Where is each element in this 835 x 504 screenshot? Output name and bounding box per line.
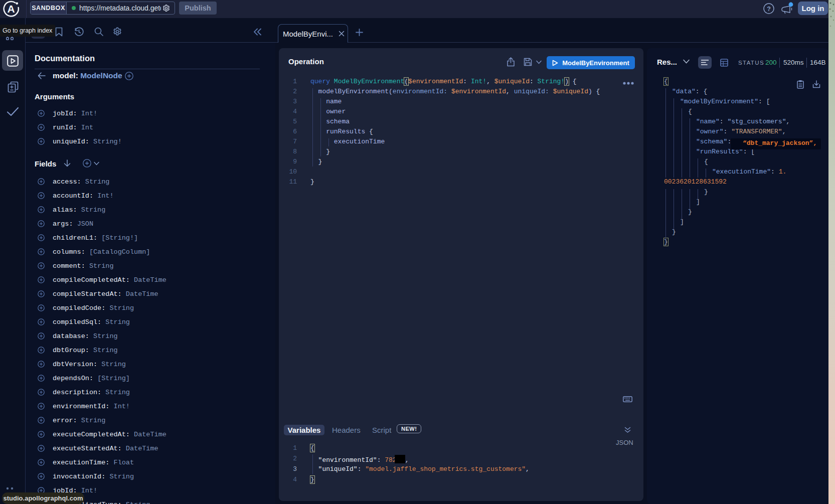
svg-text:?: ? [767, 6, 771, 13]
svg-text:A: A [7, 3, 15, 15]
